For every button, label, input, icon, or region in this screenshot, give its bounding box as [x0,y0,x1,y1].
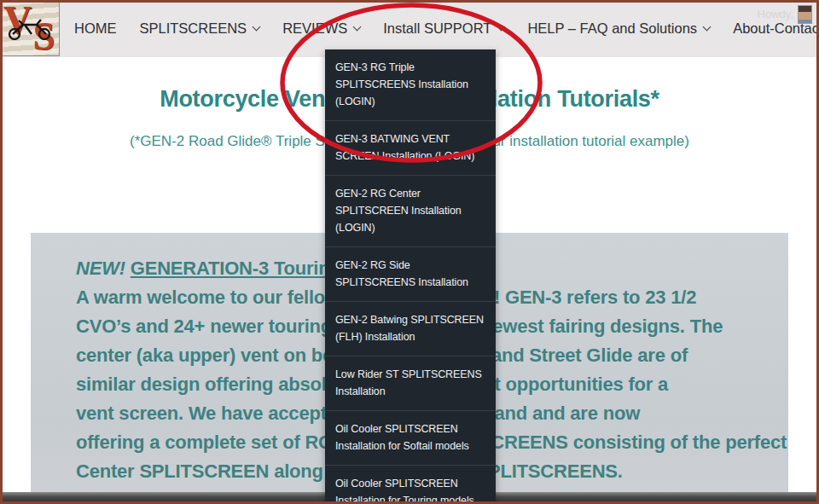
chevron-down-icon [703,23,712,32]
nav-item[interactable]: SPLITSCREENS [140,20,260,37]
dropdown-item[interactable]: GEN-2 RG Center SPLITSCREEN Installation… [325,175,496,246]
install-support-dropdown: GEN-3 RG Triple SPLITSCREENS Installatio… [325,49,496,504]
chevron-down-icon [253,23,261,32]
dropdown-item[interactable]: GEN-2 Batwing SPLITSCREEN (FLH) Installa… [325,301,496,356]
user-greeting[interactable]: Howdy, [758,8,793,20]
dropdown-item[interactable]: GEN-3 RG Triple SPLITSCREENS Installatio… [325,49,496,120]
dropdown-item[interactable]: GEN-3 BATWING VENT SCREEN Installation (… [325,120,496,175]
nav-item[interactable]: REVIEWS [282,20,360,37]
hero-text-segment: NEW! [76,258,131,279]
top-navbar: V S HOME SPLITSCREENS REVIEWS Install SU… [0,0,819,57]
nav-menu: HOME SPLITSCREENS REVIEWS Install SUPPOR… [74,0,819,57]
dropdown-item[interactable]: GEN-2 RG Side SPLITSCREENS Installation [325,246,496,301]
chevron-down-icon [353,23,362,32]
nav-item-label: Install SUPPORT [383,20,491,37]
nav-item[interactable]: Install SUPPORT [383,20,504,37]
page: V S HOME SPLITSCREENS REVIEWS Install SU… [0,0,819,504]
nav-item-label: HOME [74,20,117,37]
user-avatar[interactable] [798,5,812,24]
nav-item[interactable]: HOME [74,20,117,37]
nav-item-label: REVIEWS [282,20,347,37]
nav-item[interactable]: HELP – FAQ and Solutions [527,20,710,37]
dropdown-item[interactable]: Low Rider ST SPLITSCREENS Installation [325,356,496,410]
site-logo[interactable]: V S [0,0,60,56]
nav-item-label: HELP – FAQ and Solutions [527,20,697,37]
nav-item-label: SPLITSCREENS [140,20,247,37]
chevron-down-icon [497,23,506,32]
dropdown-item[interactable]: Oil Cooler SPLITSCREEN Installation for … [325,465,496,504]
motorcycle-icon [6,18,54,40]
dropdown-item[interactable]: Oil Cooler SPLITSCREEN Installation for … [325,410,496,465]
